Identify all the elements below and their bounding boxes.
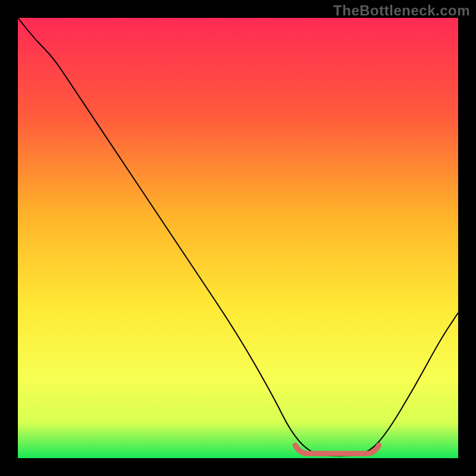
plot-area: [18, 18, 458, 458]
chart-frame: TheBottleneck.com: [0, 0, 476, 476]
gradient-background: [18, 18, 458, 458]
bottleneck-chart: [18, 18, 458, 458]
watermark-text: TheBottleneck.com: [333, 2, 470, 19]
